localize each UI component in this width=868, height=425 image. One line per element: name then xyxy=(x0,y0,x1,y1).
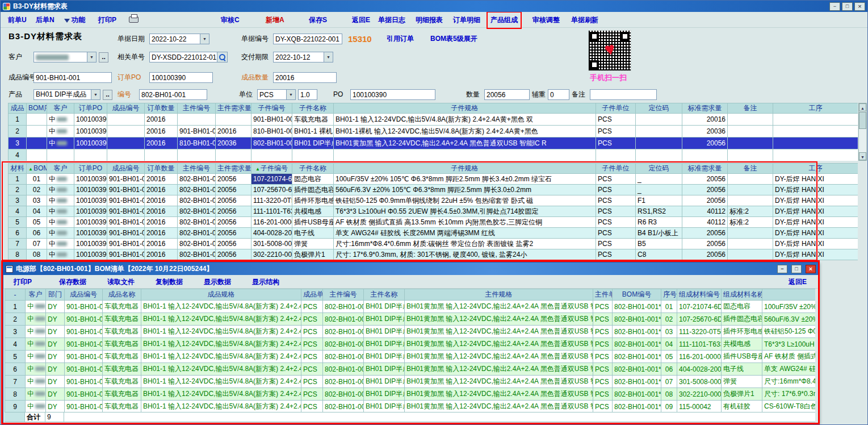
table-cell[interactable]: 插件固态电容 xyxy=(722,313,762,326)
table-cell[interactable]: BH01 DIP半成品 xyxy=(364,313,405,326)
table-cell[interactable]: 302-2210-00016 xyxy=(251,249,292,260)
audit-button[interactable]: 审核C xyxy=(221,15,240,25)
table-cell[interactable]: 100100390 xyxy=(74,239,107,249)
table-cell[interactable]: 802-BH01-001*A0 xyxy=(613,401,661,413)
table-cell[interactable] xyxy=(773,138,858,149)
table-cell[interactable]: 301-5008-00002 xyxy=(251,239,292,249)
column-header[interactable]: 子件名称 xyxy=(292,103,334,114)
table-cell[interactable]: 100100390 xyxy=(74,249,107,260)
table-cell[interactable]: 2 xyxy=(9,185,27,195)
table-cell[interactable]: 20056 xyxy=(682,239,728,249)
unit-factor-input[interactable]: 1.0 xyxy=(298,89,317,100)
table-cell[interactable]: 100100390 xyxy=(74,228,107,239)
table-cell[interactable]: 中 xyxy=(26,401,46,413)
related-no-input[interactable]: DY-XSDD-221012-01 xyxy=(149,52,217,63)
table-cell[interactable]: 20016 xyxy=(145,239,178,249)
table-cell[interactable]: 802-BH01-001 xyxy=(178,249,216,260)
product-browse-button[interactable]: .. xyxy=(103,90,112,100)
table-cell[interactable]: 6 xyxy=(5,363,26,376)
table-cell[interactable] xyxy=(596,149,636,161)
table-cell[interactable]: DY xyxy=(46,363,65,376)
table-cell[interactable]: BH01 DIP半成品 xyxy=(292,138,334,149)
maximize-button[interactable] xyxy=(842,2,853,11)
column-header[interactable]: 子件规格 xyxy=(334,103,596,114)
table-cell[interactable]: 100uF/35V ±20% 105℃ Φ6.3*8mm 脚距2.5mm 脚长3… xyxy=(334,174,596,185)
table-cell[interactable] xyxy=(334,149,596,161)
column-header[interactable]: 主件需求量 xyxy=(216,164,251,174)
table-row[interactable]: 5中DY901-BH01-001车载充电器BH01-1 输入12-24VDC,输… xyxy=(5,351,816,363)
table-cell[interactable]: 中 xyxy=(47,174,74,185)
table-cell[interactable]: BH01 DIP半成品 xyxy=(364,301,405,313)
table-cell[interactable]: 车载充电器 xyxy=(103,401,141,413)
table-cell[interactable]: 901-BH01-001 xyxy=(65,326,103,338)
table-cell[interactable] xyxy=(728,174,773,185)
table-cell[interactable]: AF 铁材质 侧插式直 xyxy=(762,351,816,363)
table-cell[interactable]: DY xyxy=(46,338,65,351)
column-header[interactable]: 部门 xyxy=(46,289,65,301)
table-cell[interactable]: 插件USB母座 xyxy=(722,351,762,363)
table-cell[interactable]: PCS xyxy=(593,363,613,376)
table-cell[interactable]: 车载充电器 xyxy=(292,114,334,126)
table-cell[interactable]: 05 xyxy=(27,217,47,228)
table-cell[interactable]: 901-BH01-001 xyxy=(107,239,145,249)
table-cell[interactable]: 802-BH01-001 xyxy=(323,326,364,338)
table-cell[interactable]: 20056 xyxy=(216,249,251,260)
table-cell[interactable]: PCS xyxy=(596,249,636,260)
table-cell[interactable]: 1 xyxy=(9,114,27,126)
column-header[interactable]: 主件编号 xyxy=(178,103,216,114)
table-row[interactable]: 7中DY901-BH01-001车载充电器BH01-1 输入12-24VDC,输… xyxy=(5,376,816,388)
table-cell[interactable]: 802-BH01-001 xyxy=(178,195,216,206)
table-cell[interactable] xyxy=(728,185,773,195)
column-header[interactable]: 标准需求量 xyxy=(682,164,728,174)
table-cell[interactable] xyxy=(636,138,682,149)
table-cell[interactable]: BH01黄加黑 输入12-24VDC,输出2.4A+2.4A 黑色普通双USB … xyxy=(405,363,593,376)
table-cell[interactable] xyxy=(107,149,145,161)
table-cell[interactable]: PCS xyxy=(301,313,323,326)
table-cell[interactable]: 100100390 xyxy=(74,174,107,185)
table-cell[interactable]: 107-21074-6D01 xyxy=(251,174,292,185)
table-cell[interactable]: 100100390 xyxy=(74,114,107,126)
table-cell[interactable]: DY xyxy=(46,313,65,326)
table-cell[interactable]: PCS xyxy=(593,388,613,401)
table-cell[interactable]: 1 xyxy=(9,174,27,185)
popup-save-data-button[interactable]: 保存数据 xyxy=(59,277,86,287)
table-cell[interactable]: 单支 AWG24# 硅胶 xyxy=(762,363,816,376)
table-cell[interactable]: 02 xyxy=(27,185,47,195)
column-header[interactable]: 工序 xyxy=(773,103,858,114)
table-cell[interactable]: BH01 DIP半成品 xyxy=(364,326,405,338)
popup-maximize-button[interactable] xyxy=(791,265,802,273)
table-cell[interactable]: 7 xyxy=(9,239,27,249)
table-cell[interactable]: BH01-1 输入12-24VDC,输出5V/4.8A(新方案) 2.4+2.4… xyxy=(141,301,301,313)
table-cell[interactable]: DY xyxy=(46,376,65,388)
table-cell[interactable] xyxy=(636,114,682,126)
table-cell[interactable]: 404-0028-20001 xyxy=(677,363,722,376)
table-cell[interactable] xyxy=(682,149,728,161)
table-cell[interactable]: BH01黄加黑 输入12-24VDC,输出2.4A+2.4A 黑色普通双USB … xyxy=(405,326,593,338)
column-header[interactable]: 子件规格 xyxy=(334,164,596,174)
table-cell[interactable]: BH01 DIP半成品 xyxy=(364,376,405,388)
table-cell[interactable]: BH01黄加黑 输入12-24VDC,输出2.4A+2.4A 黑色普通双USB … xyxy=(405,401,593,413)
table-cell[interactable]: 20056 xyxy=(216,228,251,239)
table-cell[interactable]: R6 R3 xyxy=(636,217,682,228)
table-cell[interactable]: DY-后焊 HAN XI xyxy=(773,239,858,249)
table-cell[interactable]: 802-BH01-001 xyxy=(178,185,216,195)
table-cell[interactable]: 20016 xyxy=(145,206,178,217)
doc-log-button[interactable]: 单据日志 xyxy=(378,15,405,25)
table-cell[interactable]: 802-BH01-001*A0 xyxy=(613,338,661,351)
table-cell[interactable]: DY-后焊 HAN XI xyxy=(773,249,858,260)
table-cell[interactable]: 06 xyxy=(27,228,47,239)
table-cell[interactable]: 中 xyxy=(26,376,46,388)
table-cell[interactable]: 尺寸: 17*6.9*0.3m xyxy=(762,388,816,401)
column-header[interactable]: 主件单位 xyxy=(593,289,613,301)
table-cell[interactable]: 20056 xyxy=(682,195,728,206)
product-qty-input[interactable]: 20016 xyxy=(273,72,337,83)
table-row[interactable]: 3中DY901-BH01-001车载充电器BH01-1 输入12-24VDC,输… xyxy=(5,326,816,338)
table-cell[interactable] xyxy=(27,149,47,161)
table-cell[interactable]: 01 xyxy=(27,174,47,185)
table-cell[interactable]: 中 xyxy=(26,388,46,401)
table-cell[interactable]: _ xyxy=(636,174,682,185)
close-button[interactable] xyxy=(854,2,865,11)
popup-show-data-button[interactable]: 显示数据 xyxy=(204,277,231,287)
popup-return-button[interactable]: 返回E xyxy=(789,277,807,287)
table-cell[interactable] xyxy=(74,149,107,161)
